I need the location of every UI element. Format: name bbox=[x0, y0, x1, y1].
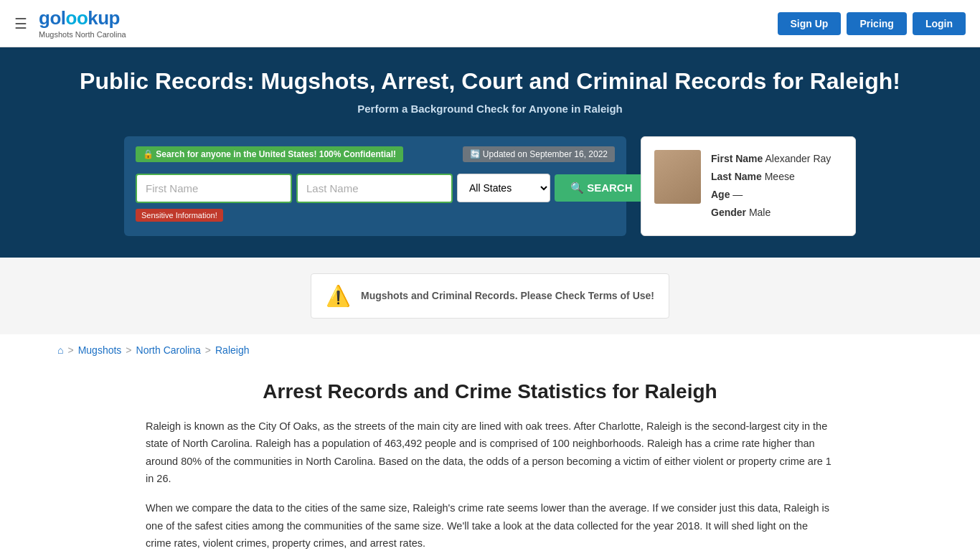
breadcrumb-nc[interactable]: North Carolina bbox=[136, 344, 201, 356]
gender-value: Male bbox=[749, 207, 771, 218]
hero-section: Public Records: Mugshots, Arrest, Court … bbox=[0, 47, 980, 128]
search-notice-row: 🔒 Search for anyone in the United States… bbox=[136, 146, 615, 168]
header-right: Sign Up Pricing Login bbox=[778, 12, 966, 35]
breadcrumb-raleigh[interactable]: Raleigh bbox=[215, 344, 249, 356]
search-inputs: All States Alabama Alaska Arizona Arkans… bbox=[136, 174, 615, 203]
hero-subtitle: Perform a Background Check for Anyone in… bbox=[14, 103, 966, 115]
last-name-label: Last Name bbox=[711, 171, 762, 182]
age-value: — bbox=[732, 189, 743, 200]
logo-subtitle: Mugshots North Carolina bbox=[39, 30, 126, 39]
signup-button[interactable]: Sign Up bbox=[778, 12, 842, 35]
logo[interactable]: golookup bbox=[39, 7, 126, 29]
person-first-name-row: First Name Alexander Ray bbox=[711, 150, 831, 168]
last-name-value: Meese bbox=[765, 171, 795, 182]
logo-oo: oo bbox=[66, 7, 88, 29]
breadcrumb: ⌂ > Mugshots > North Carolina > Raleigh bbox=[0, 334, 980, 366]
gender-label: Gender bbox=[711, 207, 746, 218]
content-para1: Raleigh is known as the City Of Oaks, as… bbox=[146, 418, 834, 489]
breadcrumb-mugshots[interactable]: Mugshots bbox=[78, 344, 122, 356]
warning-section: ⚠️ Mugshots and Criminal Records. Please… bbox=[0, 258, 980, 334]
logo-go: go bbox=[39, 7, 61, 29]
search-notice-gray: 🔄 Updated on September 16, 2022 bbox=[463, 146, 615, 162]
person-card: First Name Alexander Ray Last Name Meese… bbox=[641, 136, 856, 236]
main-content: Arrest Records and Crime Statistics for … bbox=[88, 366, 892, 551]
search-section: 🔒 Search for anyone in the United States… bbox=[0, 129, 980, 258]
first-name-value: Alexander Ray bbox=[765, 153, 831, 164]
home-icon[interactable]: ⌂ bbox=[57, 344, 63, 356]
warning-text: Mugshots and Criminal Records. Please Ch… bbox=[361, 290, 654, 301]
logo-kup: kup bbox=[88, 7, 120, 29]
content-title: Arrest Records and Crime Statistics for … bbox=[146, 380, 834, 403]
last-name-input[interactable] bbox=[296, 174, 453, 203]
search-button[interactable]: 🔍 SEARCH bbox=[555, 174, 649, 202]
person-last-name-row: Last Name Meese bbox=[711, 168, 831, 186]
person-info: First Name Alexander Ray Last Name Meese… bbox=[711, 150, 831, 222]
site-header: ☰ golookup Mugshots North Carolina Sign … bbox=[0, 0, 980, 47]
hamburger-menu[interactable]: ☰ bbox=[14, 15, 27, 32]
person-age-row: Age — bbox=[711, 186, 831, 204]
sensitive-badge: Sensitive Information! bbox=[136, 209, 223, 222]
pricing-button[interactable]: Pricing bbox=[847, 12, 906, 35]
age-label: Age bbox=[711, 189, 730, 200]
breadcrumb-sep3: > bbox=[205, 344, 211, 356]
content-para2: When we compare the data to the cities o… bbox=[146, 499, 834, 551]
warning-bar: ⚠️ Mugshots and Criminal Records. Please… bbox=[311, 273, 669, 319]
state-select[interactable]: All States Alabama Alaska Arizona Arkans… bbox=[457, 174, 550, 202]
search-box: 🔒 Search for anyone in the United States… bbox=[124, 136, 626, 236]
logo-l: l bbox=[61, 7, 66, 29]
breadcrumb-sep1: > bbox=[67, 344, 73, 356]
search-notice-green: 🔒 Search for anyone in the United States… bbox=[136, 146, 403, 162]
person-avatar bbox=[654, 150, 701, 204]
header-left: ☰ golookup Mugshots North Carolina bbox=[14, 7, 126, 39]
breadcrumb-sep2: > bbox=[126, 344, 131, 356]
person-gender-row: Gender Male bbox=[711, 204, 831, 222]
first-name-input[interactable] bbox=[136, 174, 292, 203]
hero-title: Public Records: Mugshots, Arrest, Court … bbox=[14, 67, 966, 95]
warning-icon: ⚠️ bbox=[326, 284, 351, 308]
login-button[interactable]: Login bbox=[913, 12, 966, 35]
logo-container: golookup Mugshots North Carolina bbox=[39, 7, 126, 39]
first-name-label: First Name bbox=[711, 153, 763, 164]
